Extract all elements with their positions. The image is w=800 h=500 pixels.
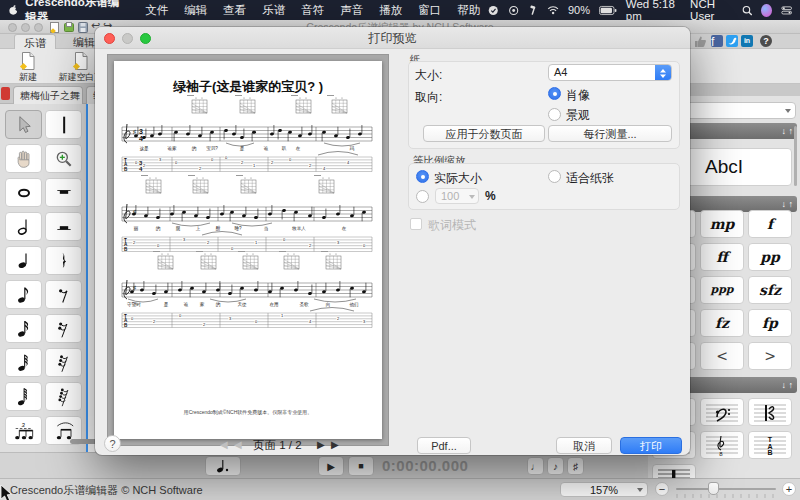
doc-tab-sugarplum[interactable]: 糖梅仙子之舞 ×	[13, 86, 83, 104]
dynamic-sfz[interactable]: sfz	[748, 276, 792, 304]
clef-tab-button[interactable]: TAB	[748, 431, 792, 459]
menu-view[interactable]: 查看	[223, 3, 246, 18]
thirtysecond-rest-tool[interactable]	[45, 348, 82, 377]
select-tool[interactable]	[5, 110, 42, 139]
zoom-in-button[interactable]: +	[782, 482, 796, 496]
help-icon[interactable]: ?	[760, 35, 772, 47]
zoom-out-button[interactable]: −	[655, 482, 669, 496]
eighth-note-tool[interactable]	[5, 280, 42, 309]
menubar-user[interactable]: NCH User	[690, 0, 732, 22]
note-option-button-3[interactable]: ♯	[567, 457, 584, 475]
siri-icon[interactable]	[761, 4, 772, 17]
tool-hammer-icon[interactable]	[528, 4, 538, 17]
whole-rest-tool[interactable]	[45, 178, 82, 207]
svg-text:是: 是	[164, 302, 169, 308]
dialog-close-button[interactable]	[104, 33, 115, 44]
swirl-icon[interactable]	[508, 4, 519, 17]
zoom-tool[interactable]	[45, 144, 82, 173]
apply-to-pages-button[interactable]: 应用于分数页面	[423, 125, 545, 142]
lyrics-mode-checkbox[interactable]	[410, 218, 422, 230]
collapse-up-icon[interactable]: ↑	[789, 126, 794, 136]
prev-page-icon[interactable]: ◀	[234, 439, 242, 450]
dynamic-fz[interactable]: fz	[700, 309, 744, 337]
hand-tool[interactable]	[5, 144, 42, 173]
paper-size-select[interactable]: A4	[548, 64, 672, 81]
dynamic-f[interactable]: f	[748, 210, 792, 238]
landscape-radio[interactable]	[548, 108, 561, 121]
play-button[interactable]: ▶	[318, 456, 344, 476]
sixteenth-rest-tool[interactable]	[45, 314, 82, 343]
menu-file[interactable]: 文件	[145, 3, 168, 18]
print-button[interactable]: 打印	[620, 437, 682, 454]
like-icon[interactable]	[694, 35, 707, 48]
clef-bass-button[interactable]	[700, 398, 744, 426]
quarter-note-tool[interactable]	[5, 246, 42, 275]
print-preview-viewport[interactable]: 绿袖子(这是谁家的宝贝? )♯3434TAB这是谁家的宝贝?是谁趴在玛02302…	[107, 54, 389, 446]
ribbon-tab-score[interactable]: 乐谱	[14, 34, 56, 49]
first-page-icon[interactable]: ◀	[220, 439, 228, 450]
dialog-help-button[interactable]: ?	[104, 435, 121, 452]
panel-scrollbar[interactable]	[794, 126, 797, 186]
note-option-button-1[interactable]: ♩	[527, 457, 544, 475]
measures-per-line-button[interactable]: 每行测量...	[548, 125, 672, 142]
half-rest-tool[interactable]	[45, 212, 82, 241]
barline-tool[interactable]	[45, 110, 82, 139]
fit-paper-radio[interactable]	[548, 170, 561, 183]
clef-alto-button[interactable]	[748, 398, 792, 426]
svg-text:是: 是	[240, 146, 245, 152]
linkedin-icon[interactable]: in	[741, 35, 753, 47]
zoom-percent-select[interactable]: 157%	[560, 482, 648, 497]
whole-note-tool[interactable]	[5, 178, 42, 207]
last-page-icon[interactable]: ▶	[331, 439, 339, 450]
zoom-slider-ticks	[676, 494, 778, 498]
percent-radio[interactable]	[416, 190, 429, 203]
tempo-note-button[interactable]	[205, 456, 241, 476]
actual-size-radio[interactable]	[416, 170, 429, 183]
pdf-button[interactable]: Pdf...	[417, 437, 471, 454]
wifi-icon[interactable]	[547, 4, 559, 16]
menu-play[interactable]: 播放	[379, 3, 402, 18]
new-score-button[interactable]: 新建	[5, 51, 51, 82]
quarter-rest-tool[interactable]	[45, 246, 82, 275]
portrait-radio[interactable]	[548, 87, 561, 100]
menu-window[interactable]: 窗口	[418, 3, 441, 18]
eighth-rest-tool[interactable]	[45, 280, 82, 309]
sixtyfourth-rest-tool[interactable]	[45, 382, 82, 411]
dynamic-mp[interactable]: mp	[700, 210, 744, 238]
sixteenth-note-tool[interactable]	[5, 314, 42, 343]
zoom-slider-track[interactable]	[676, 488, 776, 490]
spotlight-search-icon[interactable]	[742, 4, 753, 17]
sixtyfourth-note-tool[interactable]	[5, 382, 42, 411]
dynamic-ff[interactable]: ff	[700, 243, 744, 271]
menu-notes[interactable]: 音符	[301, 3, 324, 18]
menubar-clock[interactable]: Wed 5:18 pm	[626, 0, 681, 22]
note-option-button-2[interactable]: ♪	[547, 457, 564, 475]
crescendo-hairpin-button[interactable]: <	[700, 342, 744, 370]
dynamic-fp[interactable]: fp	[748, 309, 792, 337]
dialog-minimize-button[interactable]	[122, 33, 133, 44]
menu-sound[interactable]: 声音	[340, 3, 363, 18]
apple-icon[interactable]	[8, 3, 19, 17]
tab-bar-red-icon[interactable]	[1, 87, 10, 100]
menu-score[interactable]: 乐谱	[262, 3, 285, 18]
percent-select[interactable]: 100	[435, 188, 479, 204]
clef-treble-octave-button[interactable]: 8	[700, 431, 744, 459]
dynamic-pp[interactable]: pp	[748, 243, 792, 271]
dialog-zoom-button[interactable]	[140, 33, 151, 44]
collapse-down-icon[interactable]: ↓	[781, 126, 786, 136]
next-page-icon[interactable]: ▶	[317, 439, 325, 450]
decrescendo-hairpin-button[interactable]: >	[748, 342, 792, 370]
thirtysecond-note-tool[interactable]	[5, 348, 42, 377]
triplet-tool[interactable]: 3	[5, 416, 42, 445]
cancel-button[interactable]: 取消	[556, 437, 612, 454]
stop-button[interactable]: ■	[348, 456, 374, 476]
facebook-icon[interactable]: f	[711, 35, 723, 47]
dynamic-ppp[interactable]: ppp	[700, 276, 744, 304]
twitter-icon[interactable]	[726, 35, 738, 47]
half-note-tool[interactable]	[5, 212, 42, 241]
menu-help[interactable]: 帮助	[457, 3, 480, 18]
clef-staff-button[interactable]	[652, 464, 696, 478]
menu-edit[interactable]: 编辑	[184, 3, 207, 18]
sync-check-icon[interactable]	[488, 4, 499, 17]
control-center-icon[interactable]	[781, 5, 792, 16]
